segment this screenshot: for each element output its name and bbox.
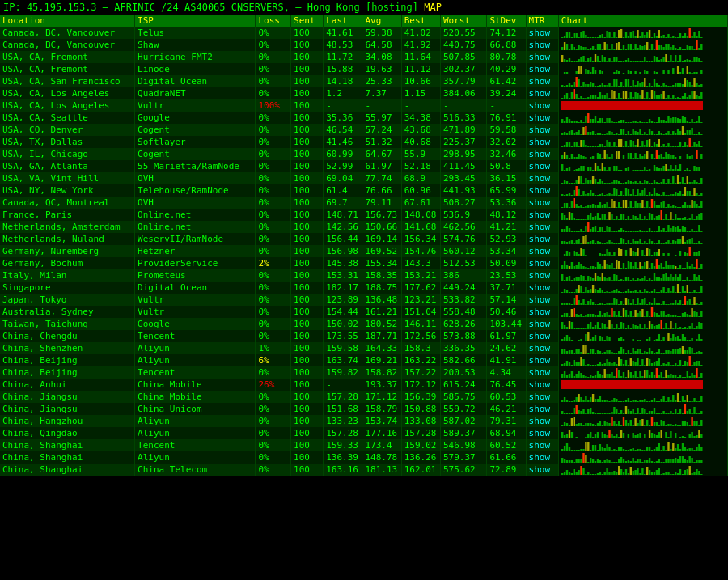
hosting-link[interactable]: hosting: [371, 2, 413, 13]
cell-stdev: 36.15: [487, 172, 526, 184]
cell-location: USA, NY, New York: [0, 184, 135, 197]
cell-mtr[interactable]: show: [526, 112, 558, 124]
svg-rect-142: [613, 57, 615, 62]
svg-rect-293: [686, 80, 688, 87]
svg-rect-1453: [590, 339, 591, 341]
svg-rect-36: [646, 32, 648, 38]
cell-mtr[interactable]: show: [526, 282, 558, 294]
cell-mtr[interactable]: show: [526, 99, 558, 112]
svg-rect-727: [575, 186, 577, 196]
svg-rect-232: [684, 74, 686, 74]
svg-rect-1471: [632, 339, 633, 341]
svg-rect-1838: [646, 420, 648, 426]
cell-stdev: 41.91: [487, 354, 526, 366]
cell-mtr[interactable]: show: [526, 306, 558, 318]
cell-mtr[interactable]: show: [526, 63, 558, 75]
svg-rect-1171: [632, 278, 633, 281]
svg-rect-145: [620, 61, 622, 62]
svg-rect-1569: [580, 357, 582, 366]
svg-rect-981: [608, 240, 610, 244]
cell-chart: [558, 63, 727, 75]
svg-rect-1572: [587, 364, 589, 366]
svg-rect-1164: [616, 275, 617, 281]
cell-mtr[interactable]: show: [526, 27, 558, 39]
svg-rect-766: [667, 195, 669, 196]
cell-mtr[interactable]: show: [526, 87, 558, 99]
svg-rect-1485: [665, 341, 667, 341]
cell-mtr[interactable]: show: [526, 342, 558, 354]
cell-loss: 0%: [256, 87, 291, 99]
svg-rect-820: [654, 201, 655, 208]
svg-rect-2046: [571, 473, 573, 475]
map-link[interactable]: MAP: [424, 2, 442, 13]
cell-mtr[interactable]: show: [526, 172, 558, 184]
svg-rect-1011: [679, 239, 681, 244]
svg-rect-1229: [628, 289, 629, 293]
cell-mtr[interactable]: show: [526, 427, 558, 439]
svg-rect-1629: [580, 373, 582, 378]
cell-mtr[interactable]: show: [526, 245, 558, 257]
svg-rect-1980: [698, 444, 700, 451]
svg-rect-81: [611, 44, 612, 50]
svg-rect-320: [608, 98, 610, 99]
cell-mtr[interactable]: show: [526, 51, 558, 63]
svg-rect-1643: [613, 376, 615, 378]
cell-mtr[interactable]: show: [526, 39, 558, 51]
col-header-avg: Avg: [362, 15, 401, 27]
cell-isp: OVH: [135, 197, 256, 209]
cell-mtr[interactable]: show: [526, 391, 558, 403]
svg-rect-1391: [585, 328, 586, 329]
cell-last: 142.56: [324, 221, 362, 233]
svg-rect-1740: [698, 401, 700, 402]
cell-mtr[interactable]: show: [526, 439, 558, 451]
cell-mtr[interactable]: show: [526, 148, 558, 160]
cell-mtr[interactable]: show: [526, 294, 558, 306]
svg-rect-1974: [684, 447, 686, 451]
svg-rect-1192: [682, 280, 684, 281]
svg-rect-651: [679, 164, 681, 171]
cell-mtr[interactable]: show: [526, 209, 558, 221]
svg-rect-946: [667, 225, 669, 232]
svg-rect-1477: [646, 339, 648, 341]
svg-rect-128: [580, 57, 582, 62]
svg-rect-1851: [677, 425, 679, 426]
cell-mtr[interactable]: show: [526, 403, 558, 415]
svg-rect-563: [613, 159, 615, 159]
cell-sent: 100: [291, 379, 324, 391]
cell-mtr[interactable]: show: [526, 197, 558, 209]
svg-rect-1755: [592, 412, 594, 414]
cell-mtr[interactable]: show: [526, 75, 558, 87]
cell-mtr[interactable]: show: [526, 379, 558, 391]
svg-rect-592: [682, 159, 684, 159]
svg-rect-1560: [700, 352, 702, 354]
svg-rect-1472: [634, 341, 636, 341]
svg-rect-1747: [573, 408, 574, 414]
svg-rect-1102: [611, 263, 612, 269]
svg-rect-631: [632, 170, 633, 171]
svg-rect-1656: [644, 370, 645, 378]
svg-rect-1025: [571, 256, 573, 256]
cell-mtr[interactable]: show: [526, 464, 558, 476]
cell-mtr[interactable]: show: [526, 330, 558, 342]
svg-rect-1949: [625, 450, 627, 451]
svg-rect-1436: [691, 323, 692, 329]
svg-rect-1529: [628, 350, 629, 354]
cell-worst: 587.02: [440, 415, 486, 427]
svg-rect-933: [637, 231, 638, 232]
cell-mtr[interactable]: show: [526, 136, 558, 148]
cell-mtr[interactable]: show: [526, 124, 558, 136]
cell-mtr[interactable]: show: [526, 233, 558, 245]
cell-mtr[interactable]: show: [526, 160, 558, 172]
svg-rect-1209: [580, 286, 582, 293]
cell-mtr[interactable]: show: [526, 257, 558, 269]
cell-mtr[interactable]: show: [526, 184, 558, 197]
cell-mtr[interactable]: show: [526, 451, 558, 464]
cell-mtr[interactable]: show: [526, 318, 558, 330]
svg-rect-684: [616, 180, 617, 184]
cell-mtr[interactable]: show: [526, 366, 558, 379]
cell-mtr[interactable]: show: [526, 269, 558, 282]
svg-rect-1217: [599, 288, 601, 293]
cell-mtr[interactable]: show: [526, 354, 558, 366]
cell-mtr[interactable]: show: [526, 415, 558, 427]
cell-mtr[interactable]: show: [526, 221, 558, 233]
